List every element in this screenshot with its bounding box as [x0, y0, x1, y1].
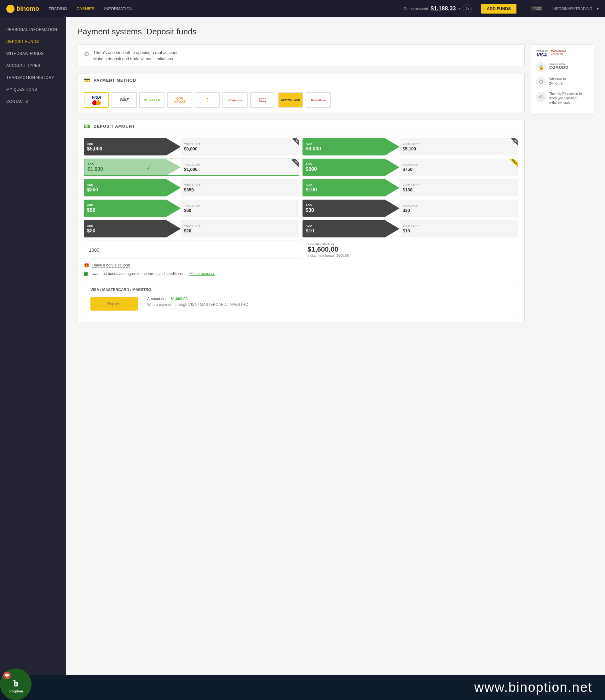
comodo-label: COMODO	[549, 65, 569, 70]
deposit-option-30[interactable]: ADD $30 YOU'LL GET $30	[302, 200, 518, 217]
alert-box: ⚙ There's one step left to opening a rea…	[77, 45, 525, 67]
user-name: INFOBINARYTRADING...	[552, 7, 596, 11]
deposit-option-3000[interactable]: ADD $3,000 YOU'LL GET $5,100	[302, 138, 518, 155]
deposit-get-100: YOU'LL GET $130	[399, 179, 518, 196]
moneygram-label: MoneyGram	[311, 99, 325, 102]
footer-logo-area: www.binoption.net	[462, 680, 593, 695]
deposit-amount-body: ADD $5,000 YOU'LL GET $9,000	[78, 133, 524, 322]
add-funds-button[interactable]: ADD FUNDS	[481, 4, 517, 14]
binoption-logo-icon: 𝐛	[13, 679, 18, 689]
commission-icon: 🏷	[536, 92, 546, 102]
binoption-label: binoption	[8, 690, 23, 693]
deposit-amount-section: 💵 DEPOSIT AMOUNT ADD $5,000	[77, 119, 525, 322]
receive-bonus-text: including a bonus $600.00	[308, 253, 515, 257]
deposit-add-30: ADD $30	[302, 200, 399, 217]
binoption-badge[interactable]: 💬 𝐛 binoption	[0, 669, 31, 700]
payment-method-header: 💳 PAYMENT METHOD	[78, 73, 524, 88]
alert-icon: ⚙	[84, 50, 89, 58]
sidebar-item-withdraw-funds[interactable]: WITHDRAW FUNDS	[0, 48, 66, 59]
deposit-add-1000: ADD $1,000	[84, 159, 181, 175]
custom-amount-input[interactable]	[84, 241, 301, 259]
page-title: Payment systems. Deposit funds	[77, 27, 594, 36]
demo-amount: $1,188.33	[431, 5, 456, 12]
payment-method-section: 💳 PAYMENT METHOD VISA	[77, 73, 525, 113]
security-withdraw-item: ⏱ Withdraw in 24 hours!	[536, 77, 589, 87]
amount-due-value: $1,000.00	[171, 297, 187, 301]
deposit-get-250: YOU'LL GET $350	[181, 179, 299, 196]
sidebar-item-personal-information[interactable]: PERSONAL INFORMATION	[0, 24, 66, 35]
neteller-label: NETELLER	[144, 98, 160, 102]
chevron-down-icon[interactable]: ▾	[458, 7, 461, 11]
bonus-checkbox-row: I want the bonus and agree to the terms …	[84, 272, 518, 276]
deposit-get-3000: YOU'LL GET $5,100	[399, 138, 518, 155]
withdraw-text: Withdraw in 24 hours!	[549, 77, 565, 86]
left-panel: ⚙ There's one step left to opening a rea…	[77, 45, 525, 329]
about-bonuses-link[interactable]: About bonuses	[190, 272, 215, 276]
bonus-text: I want the bonus and agree to the terms …	[90, 272, 184, 276]
payment-method-bitcoin[interactable]: ₿	[195, 92, 220, 108]
deposit-get-20: YOU'LL GET $20	[181, 220, 299, 238]
deposit-button[interactable]: Deposit	[90, 297, 138, 310]
deposit-add-50: ADD $50	[84, 200, 181, 217]
deposit-add-20: ADD $20	[84, 220, 181, 238]
deposit-get-1000: YOU'LL GET $1,600	[181, 159, 299, 175]
deposit-option-10[interactable]: ADD $10 YOU'LL GET $10	[302, 220, 518, 238]
deposit-option-5000[interactable]: ADD $5,000 YOU'LL GET $9,000	[84, 138, 299, 155]
mastercard-circles	[92, 100, 101, 105]
brand-name: binomo	[17, 5, 39, 12]
demo-label: Demo account	[404, 7, 428, 11]
nav-information[interactable]: INFORMATION	[104, 6, 133, 11]
logo-icon: ⚡	[6, 5, 15, 13]
payment-method-visa-mc[interactable]: VISA	[84, 92, 109, 108]
right-panel: Verified by VISA Mastercard SecureCode 🔒…	[531, 45, 594, 329]
footer-url: www.binoption.net	[462, 680, 593, 695]
payment-method-moneygram[interactable]: MoneyGram	[306, 92, 331, 108]
nav-cashier[interactable]: CASHIER	[77, 6, 95, 11]
gold-badge-500	[508, 158, 518, 168]
refresh-button[interactable]: ↻	[463, 4, 472, 13]
brand-logo[interactable]: ⚡ binomo	[6, 5, 39, 13]
perfectmoney-label: PerfectMoney	[259, 97, 267, 103]
deposit-add-500: ADD $500	[302, 158, 399, 176]
deposit-option-20[interactable]: ADD $20 YOU'LL GET $20	[84, 220, 299, 238]
content-wrapper: ⚙ There's one step left to opening a rea…	[77, 45, 594, 329]
bonus-checkbox[interactable]	[84, 272, 88, 276]
payment-method-wmz[interactable]: WMZ	[111, 92, 137, 108]
payment-footer-section: VISA / MASTERCARD / MAESTRO Deposit Amou…	[84, 281, 518, 317]
bitcoin-label: ₿	[206, 98, 208, 102]
nav-trading[interactable]: TRADING	[49, 6, 67, 11]
payment-header-icon: 💳	[84, 77, 90, 83]
sidebar-item-transaction-history[interactable]: TRANSACTION HISTORY	[0, 72, 66, 83]
deposit-amount-header: 💵 DEPOSIT AMOUNT	[78, 120, 524, 133]
demo-account-section: Demo account $1,188.33 ▾ ↻	[404, 4, 471, 13]
payment-method-label: VISA / MASTERCARD / MAESTRO	[90, 288, 511, 292]
payment-method-epayments[interactable]: ePayments	[222, 92, 248, 108]
securecode-label: SecureCode	[551, 53, 566, 55]
payment-method-neteller[interactable]: NETELLER	[139, 92, 164, 108]
sidebar: PERSONAL INFORMATION DEPOSIT FUNDS WITHD…	[0, 17, 66, 675]
payment-method-qiwi[interactable]: QIWIWALLET	[167, 92, 192, 108]
sidebar-item-contacts[interactable]: CONTACTS	[0, 96, 66, 107]
coupon-row[interactable]: 🎁 I have a bonus coupon	[84, 262, 518, 268]
deposit-header-icon: 💵	[84, 123, 90, 129]
sidebar-item-account-types[interactable]: ACCOUNT TYPES	[0, 59, 66, 72]
coupon-label: I have a bonus coupon	[92, 263, 130, 268]
deposit-add-100: ADD $100	[302, 179, 399, 196]
user-info[interactable]: INFOBINARYTRADING... ▾	[552, 7, 599, 11]
payment-method-perfectmoney[interactable]: PerfectMoney	[250, 92, 275, 108]
security-ssl-item: 🔒 SSL-security COMODO	[536, 62, 589, 72]
deposit-option-50[interactable]: ADD $50 YOU'LL GET $60	[84, 200, 299, 217]
deposit-option-500[interactable]: ADD $500 YOU'LL GET $750	[302, 158, 518, 176]
deposit-option-100[interactable]: ADD $100 YOU'LL GET $130	[302, 179, 518, 196]
main-layout: PERSONAL INFORMATION DEPOSIT FUNDS WITHD…	[0, 17, 605, 675]
payment-through-text: With a payment through VISA / MASTERCARD…	[147, 302, 248, 307]
payment-method-westernunion[interactable]: WESTERN UNION	[278, 92, 303, 108]
sidebar-item-my-questions[interactable]: MY QUESTIONS	[0, 83, 66, 96]
sidebar-item-deposit-funds[interactable]: DEPOSIT FUNDS	[0, 35, 66, 48]
deposit-option-250[interactable]: ADD $250 YOU'LL GET $350	[84, 179, 299, 196]
footer: www.binoption.net	[0, 675, 605, 700]
wu-label: WESTERN UNION	[281, 99, 300, 101]
deposit-option-1000[interactable]: ADD $1,000 YOU'LL GET $1,600 ✓	[84, 158, 299, 176]
deposit-action-row: Deposit Amount due: $1,000.00 With a pay…	[90, 297, 511, 310]
payment-methods-grid: VISA WMZ	[84, 92, 518, 108]
